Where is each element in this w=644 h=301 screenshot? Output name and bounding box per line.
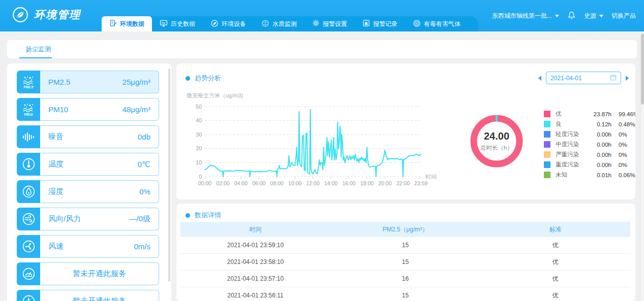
table-cell: 优 xyxy=(480,291,630,300)
sensor-card-7[interactable]: 风速0m/s xyxy=(17,235,159,258)
legend-row-3[interactable]: 轻度污染0.00h0% xyxy=(544,131,635,138)
next-day-button[interactable] xyxy=(626,76,629,81)
nav-tab-3[interactable]: 环境设备 xyxy=(203,16,254,31)
legend-hours: 0.12h xyxy=(587,121,611,127)
header-right: 东西城市轴线第一批... 史源 切换产品 xyxy=(492,11,636,21)
svg-text:08:00: 08:00 xyxy=(270,180,284,186)
sensor-label: PM10 xyxy=(48,105,68,114)
nav-tab-4[interactable]: 水质监测 xyxy=(254,16,304,31)
svg-text:04:00: 04:00 xyxy=(234,180,248,186)
sensor-label: 噪音 xyxy=(48,132,64,142)
legend-label: 轻度污染 xyxy=(556,130,587,138)
trend-panel-title: 趋势分析 xyxy=(195,74,221,83)
notifications-button[interactable] xyxy=(567,11,576,21)
sensor-label: PM2.5 xyxy=(48,78,70,86)
svg-text:22:00: 22:00 xyxy=(396,180,410,186)
tab-dust-monitoring[interactable]: 扬尘监测 xyxy=(25,40,51,58)
page-scrollbar[interactable] xyxy=(640,31,644,301)
sensor-card-8[interactable]: 暂未开通此服务 xyxy=(17,262,159,285)
table-cell: 2021-04-01 23:58:10 xyxy=(180,258,330,265)
svg-text:06:00: 06:00 xyxy=(252,180,265,186)
sensor-card-9[interactable]: 暂未开通此服务 xyxy=(17,290,159,301)
sensor-card-body: 噪音0db xyxy=(40,125,159,148)
legend-row-7[interactable]: 未知0.01h0.06% xyxy=(544,172,635,178)
trend-analysis-panel: 趋势分析 2021-04-01 微克每立方米（ug/m3) 0102030405… xyxy=(176,63,635,199)
gas-icon xyxy=(413,19,421,29)
sensor-card-5[interactable]: 湿度0% xyxy=(17,180,159,203)
legend-row-5[interactable]: 严重污染0.00h0% xyxy=(544,151,635,158)
legend-hours: 0.00h xyxy=(587,152,611,158)
doc-edit-icon xyxy=(109,19,117,28)
table-header-row: 时间PM2.5（μg/m³）标准 xyxy=(180,222,630,237)
temperature-icon xyxy=(17,153,40,176)
nav-tab-2[interactable]: 历史数据 xyxy=(152,16,203,31)
table-row[interactable]: 2021-04-01 23:56:1115优 xyxy=(180,287,630,301)
sensor-card-body: 温度0℃ xyxy=(40,153,159,176)
trend-panel-header: 趋势分析 xyxy=(186,74,221,83)
legend-swatch-icon xyxy=(544,131,550,138)
active-tab-underline xyxy=(19,57,52,58)
sensor-value: 0% xyxy=(139,187,150,196)
bell-icon xyxy=(567,11,576,21)
project-selector[interactable]: 东西城市轴线第一批... xyxy=(492,12,559,20)
sensor-value: 25μg/m³ xyxy=(122,78,150,86)
sensor-card-2[interactable]: PM10PM1048μg/m³ xyxy=(17,98,159,121)
sensor-card-body: 暂未开通此服务 xyxy=(40,262,159,285)
duration-donut-chart: 24.00 总时长（h） xyxy=(469,113,525,169)
legend-percent: 99.46% xyxy=(619,111,635,117)
table-row[interactable]: 2021-04-01 23:58:1015优 xyxy=(180,254,630,271)
nav-tab-1[interactable]: 环境数据 xyxy=(102,16,152,31)
sensor-value: —/0级 xyxy=(129,214,150,224)
brand: 环境管理 xyxy=(12,7,81,23)
legend-row-6[interactable]: 重度污染0.00h0% xyxy=(544,161,635,168)
nav-tab-7[interactable]: 有毒有害气体 xyxy=(405,16,468,31)
date-value: 2021-04-01 xyxy=(550,75,581,82)
svg-text:00:00: 00:00 xyxy=(198,180,211,186)
legend-percent: 0% xyxy=(619,162,627,168)
sensor-value: 0m/s xyxy=(134,242,150,251)
subtab-bar: 扬尘监测 xyxy=(7,40,637,58)
svg-text:40: 40 xyxy=(196,117,202,123)
legend-hours: 0.00h xyxy=(587,142,611,148)
table-row[interactable]: 2021-04-01 23:59:1015优 xyxy=(180,237,630,254)
prev-day-button[interactable] xyxy=(538,76,541,81)
svg-text:PM2.5: PM2.5 xyxy=(24,85,34,89)
sensor-label: 暂未开通此服务 xyxy=(73,269,126,279)
sensor-card-3[interactable]: 噪音0db xyxy=(17,125,159,148)
legend-percent: 0.06% xyxy=(619,172,635,178)
legend-row-2[interactable]: 良0.12h0.48% xyxy=(544,121,635,127)
pm25-data-table: 时间PM2.5（μg/m³）标准 2021-04-01 23:59:1015优2… xyxy=(180,222,630,301)
page-scrollbar-thumb[interactable] xyxy=(641,34,644,105)
sensor-card-1[interactable]: PM2.5PM2.525μg/m³ xyxy=(17,71,159,93)
sensor-card-body: 风速0m/s xyxy=(40,235,159,258)
legend-percent: 0% xyxy=(619,131,627,138)
svg-text:20: 20 xyxy=(196,145,202,151)
date-picker-input[interactable]: 2021-04-01 xyxy=(546,72,621,84)
legend-row-4[interactable]: 中度污染0.00h0% xyxy=(544,141,635,148)
donut-legend: 优23.87h99.46%良0.12h0.48%轻度污染0.00h0%中度污染0… xyxy=(544,111,635,178)
legend-label: 重度污染 xyxy=(556,161,587,169)
svg-text:0: 0 xyxy=(199,174,202,180)
nav-tab-6[interactable]: 报警记录 xyxy=(355,16,405,31)
compass-icon xyxy=(17,290,40,301)
pm10-icon: PM10 xyxy=(17,98,40,121)
y-axis-label: 微克每立方米（ug/m3) xyxy=(187,92,243,99)
legend-swatch-icon xyxy=(544,151,550,158)
column-header-1: 时间 xyxy=(180,225,330,234)
sensor-label: 湿度 xyxy=(48,187,64,196)
user-menu[interactable]: 史源 xyxy=(584,12,603,20)
humidity-icon xyxy=(17,180,40,203)
svg-text:50: 50 xyxy=(196,104,202,110)
table-row[interactable]: 2021-04-01 23:57:1016优 xyxy=(180,271,630,287)
nav-tab-5[interactable]: 报警设置 xyxy=(304,16,355,31)
sidebar-scrollbar[interactable] xyxy=(168,69,170,282)
legend-row-1[interactable]: 优23.87h99.46% xyxy=(544,111,635,117)
main-nav: 环境数据历史数据环境设备水质监测报警设置报警记录有毒有害气体 xyxy=(102,16,478,31)
wind-direction-icon xyxy=(17,208,40,230)
legend-percent: 0% xyxy=(619,142,627,148)
leaf-icon xyxy=(210,19,219,29)
sensor-card-6[interactable]: 风向/风力—/0级 xyxy=(17,208,159,230)
switch-product-button[interactable]: 切换产品 xyxy=(611,12,636,20)
nav-tab-label: 水质监测 xyxy=(272,20,297,28)
sensor-card-4[interactable]: 温度0℃ xyxy=(17,153,159,176)
